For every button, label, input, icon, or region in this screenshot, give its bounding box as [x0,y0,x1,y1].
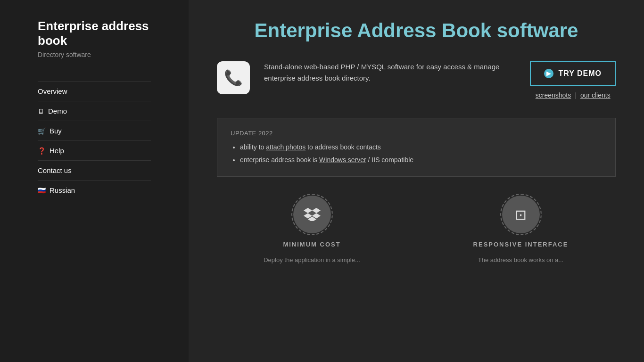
sidebar-item-overview[interactable]: Overview [38,81,151,101]
try-demo-section: ▶ TRY DEMO screenshots | our clients [530,61,616,99]
separator: | [575,91,577,99]
sidebar-logo: Enterprise address book Directory softwa… [38,19,151,77]
minimum-cost-desc: Deploy the application in a simple... [264,255,360,265]
responsive-interface-title: RESPONSIVE INTERFACE [473,241,569,248]
sidebar-item-russian[interactable]: 🇷🇺 Russian [38,181,151,200]
update-item-1: ability to attach photos to address book… [240,142,602,152]
update-item-2: enterprise address book is Windows serve… [240,155,602,165]
buy-label: Buy [50,127,62,135]
update-item-1-after: to address book contacts [305,143,381,151]
sidebar-item-contact[interactable]: Contact us [38,161,151,181]
main-content: Enterprise Address Book software 📞 Stand… [189,0,644,362]
responsive-interface-desc: The address book works on a... [478,255,563,265]
russian-flag-icon: 🇷🇺 [38,187,46,194]
phone-icon: 📞 [224,69,243,87]
minimum-cost-icon-wrapper [293,196,331,233]
tablet-icon: ⊡ [515,206,527,223]
arrow-right-icon: ▶ [544,69,553,78]
help-icon: ❓ [38,147,46,155]
screenshots-link[interactable]: screenshots [536,91,571,99]
minimum-cost-title: MINIMUM COST [283,241,340,248]
demo-label: Demo [48,107,67,115]
update-box: UPDATE 2022 ability to attach photos to … [217,118,616,177]
attach-photos-link[interactable]: attach photos [266,143,305,151]
overview-label: Overview [38,87,67,95]
sidebar-nav: Overview 🖥 Demo 🛒 Buy ❓ Help Contact us … [38,81,151,200]
help-label: Help [50,147,64,155]
update-list: ability to attach photos to address book… [231,142,602,165]
buy-icon: 🛒 [38,127,46,135]
demo-links: screenshots | our clients [536,91,611,99]
sidebar-item-buy[interactable]: 🛒 Buy [38,121,151,141]
windows-server-link[interactable]: Windows server [319,156,366,164]
sidebar: Enterprise address book Directory softwa… [0,0,189,362]
sidebar-item-help[interactable]: ❓ Help [38,141,151,161]
dropbox-icon [304,208,321,221]
hero-title: Enterprise Address Book software [217,19,616,42]
responsive-interface-icon-wrapper: ⊡ [502,196,540,233]
update-item-1-before: ability to [240,143,266,151]
feature-responsive-interface: ⊡ RESPONSIVE INTERFACE The address book … [426,196,616,265]
hero-section: 📞 Stand-alone web-based PHP / MYSQL soft… [217,61,616,99]
phone-icon-wrapper: 📞 [217,61,250,94]
try-demo-label: TRY DEMO [558,69,602,78]
contact-label: Contact us [38,166,72,174]
sidebar-item-demo[interactable]: 🖥 Demo [38,101,151,121]
try-demo-button[interactable]: ▶ TRY DEMO [530,61,616,86]
features-row: MINIMUM COST Deploy the application in a… [217,196,616,265]
update-item-2-after: / IIS compatible [366,156,413,164]
russian-label: Russian [50,186,75,194]
update-title: UPDATE 2022 [231,130,602,137]
app-title: Enterprise address book [38,19,151,48]
update-item-2-before: enterprise address book is [240,156,319,164]
hero-description: Stand-alone web-based PHP / MYSQL softwa… [264,61,516,84]
our-clients-link[interactable]: our clients [580,91,611,99]
app-subtitle: Directory software [38,51,151,58]
demo-icon: 🖥 [38,107,44,115]
feature-minimum-cost: MINIMUM COST Deploy the application in a… [217,196,407,265]
